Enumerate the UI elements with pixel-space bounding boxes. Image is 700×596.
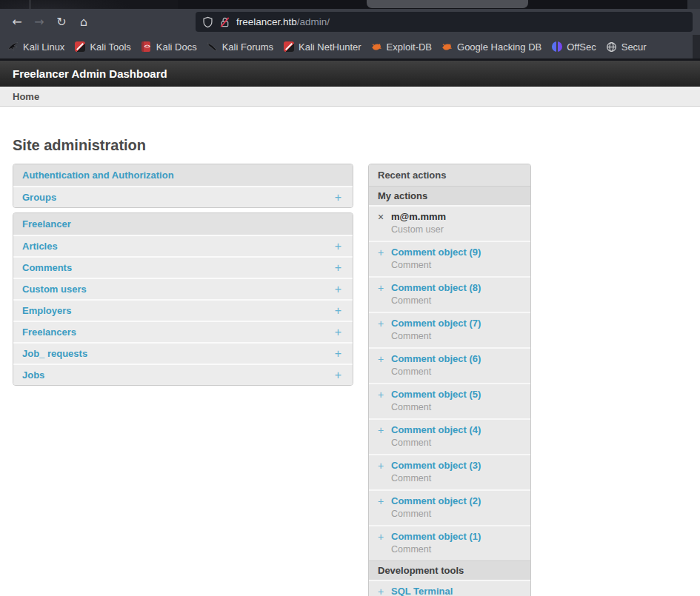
url-host: freelancer.htb <box>236 16 297 27</box>
recent-action-link[interactable]: Comment object (5) <box>391 389 481 401</box>
add-icon[interactable]: + <box>335 241 341 252</box>
bookmark-google-hacking-db[interactable]: Google Hacking DB <box>441 41 541 53</box>
url-bar[interactable]: freelancer.htb/admin/ <box>196 12 693 32</box>
add-icon: + <box>376 424 385 449</box>
bookmark-label: Secur <box>621 41 647 53</box>
model-row-job-requests: Job_ requests + <box>13 342 353 364</box>
recent-action-row: + Comment object (8) Comment <box>369 276 530 312</box>
url-path: /admin/ <box>297 16 330 27</box>
reload-icon[interactable]: ↻ <box>50 13 73 32</box>
browser-nav-toolbar: ← → ↻ ⌂ freelancer.htb/admin/ <box>0 9 700 35</box>
bookmark-label: Google Hacking DB <box>457 41 541 53</box>
bookmark-label: Kali Linux <box>23 41 64 53</box>
delete-icon: × <box>376 211 385 235</box>
add-icon[interactable]: + <box>335 192 341 203</box>
module-recent-actions: Recent actions My actions × m@m.mmm Cust… <box>368 164 531 596</box>
bookmark-kali-nethunter[interactable]: Kali NetHunter <box>283 41 361 53</box>
bookmark-kali-linux[interactable]: Kali Linux <box>7 41 64 53</box>
forward-icon[interactable]: → <box>28 13 50 32</box>
bookmark-label: Kali Tools <box>90 41 130 53</box>
browser-tab-strip <box>0 0 700 9</box>
recent-action-type: Comment <box>391 437 481 449</box>
insecure-lock-icon[interactable] <box>219 16 230 28</box>
add-icon[interactable]: + <box>335 263 341 273</box>
recent-action-row: + Comment object (5) Comment <box>369 383 530 418</box>
recent-action-row: + Comment object (2) Comment <box>369 489 530 525</box>
add-icon: + <box>376 586 385 596</box>
recent-action-link[interactable]: Comment object (7) <box>391 318 481 329</box>
bookmark-label: Kali Forums <box>222 41 273 53</box>
model-link-articles[interactable]: Articles <box>22 241 58 252</box>
add-icon[interactable]: + <box>335 370 341 381</box>
recent-action-row: + Comment object (7) Comment <box>369 312 530 347</box>
admin-header-title: Freelancer Admin Dashboard <box>13 67 167 80</box>
model-link-jobs[interactable]: Jobs <box>22 369 44 381</box>
recent-action-link[interactable]: Comment object (4) <box>391 424 481 436</box>
recent-action-type: Comment <box>391 472 481 484</box>
desktop-wallpaper-sliver <box>0 0 178 9</box>
add-icon[interactable]: + <box>335 284 341 295</box>
recent-action-row: + Comment object (3) Comment <box>369 454 530 489</box>
bookmark-kali-docs[interactable]: <> Kali Docs <box>141 41 197 53</box>
recent-action-row: + Comment object (9) Comment <box>369 241 530 276</box>
recent-actions-panel: Recent actions My actions × m@m.mmm Cust… <box>368 164 531 596</box>
module-title[interactable]: Freelancer <box>13 213 353 235</box>
recent-action-type: Comment <box>391 401 481 413</box>
model-link-comments[interactable]: Comments <box>22 262 72 273</box>
shield-icon[interactable] <box>202 16 213 28</box>
model-row-employers: Employers + <box>13 299 353 321</box>
bookmark-security[interactable]: Secur <box>606 41 647 53</box>
back-icon[interactable]: ← <box>6 13 28 32</box>
recent-action-type: Comment <box>391 330 481 342</box>
add-icon: + <box>376 247 385 271</box>
bookmark-offsec[interactable]: OffSec <box>551 41 596 53</box>
bookmark-kali-tools[interactable]: Kali Tools <box>74 41 130 53</box>
recent-action-link[interactable]: Comment object (9) <box>391 247 481 258</box>
add-icon[interactable]: + <box>335 306 341 316</box>
add-icon[interactable]: + <box>335 349 341 359</box>
recent-action-type: Comment <box>391 366 481 378</box>
breadcrumb-home-link[interactable]: Home <box>13 91 39 102</box>
add-icon: + <box>376 282 385 307</box>
kali-dragon-icon <box>7 41 19 53</box>
breadcrumb: Home <box>0 87 700 107</box>
recent-action-type: Comment <box>391 508 481 520</box>
model-link-job-requests[interactable]: Job_ requests <box>22 348 87 359</box>
module-freelancer: Freelancer Articles + Comments + Custom … <box>13 212 353 386</box>
bookmarks-bar: Kali Linux Kali Tools <> Kali Docs Kali … <box>0 35 700 61</box>
globe-icon <box>606 41 617 53</box>
recent-action-link[interactable]: Comment object (3) <box>391 460 481 472</box>
bookmark-label: Kali NetHunter <box>299 41 361 53</box>
red-book-icon: <> <box>141 41 152 53</box>
bookmark-exploit-db[interactable]: Exploit-DB <box>371 41 432 53</box>
model-link-groups[interactable]: Groups <box>22 192 56 203</box>
offsec-orb-icon <box>551 41 562 53</box>
recent-action-link[interactable]: Comment object (8) <box>391 282 481 294</box>
sql-terminal-link[interactable]: SQL Terminal <box>391 586 453 596</box>
url-text[interactable]: freelancer.htb/admin/ <box>236 16 330 27</box>
recent-action-link[interactable]: Comment object (1) <box>391 531 481 543</box>
bookmark-kali-forums[interactable]: Kali Forums <box>207 41 273 53</box>
model-link-employers[interactable]: Employers <box>22 305 71 316</box>
add-icon: + <box>376 495 385 520</box>
recent-action-link[interactable]: Comment object (2) <box>391 495 481 507</box>
model-row-comments: Comments + <box>13 256 353 278</box>
recent-action-type: Comment <box>391 295 481 307</box>
model-row-jobs: Jobs + <box>13 364 353 385</box>
page-title: Site administration <box>13 137 687 154</box>
orange-bug-icon <box>371 41 382 53</box>
kali-badge-icon <box>283 41 294 53</box>
module-title[interactable]: Authentication and Authorization <box>13 164 353 186</box>
home-icon[interactable]: ⌂ <box>73 13 95 32</box>
model-row-groups: Groups + <box>13 186 353 207</box>
recent-action-type: Comment <box>391 543 481 555</box>
recent-action-link[interactable]: Comment object (6) <box>391 353 481 365</box>
add-icon[interactable]: + <box>335 327 341 338</box>
model-link-freelancers[interactable]: Freelancers <box>22 327 76 338</box>
add-icon: + <box>376 531 385 555</box>
bookmark-label: OffSec <box>567 41 596 53</box>
model-row-custom-users: Custom users + <box>13 278 353 299</box>
model-row-freelancers: Freelancers + <box>13 321 353 342</box>
model-link-custom-users[interactable]: Custom users <box>22 284 87 295</box>
black-claw-icon <box>207 41 218 53</box>
